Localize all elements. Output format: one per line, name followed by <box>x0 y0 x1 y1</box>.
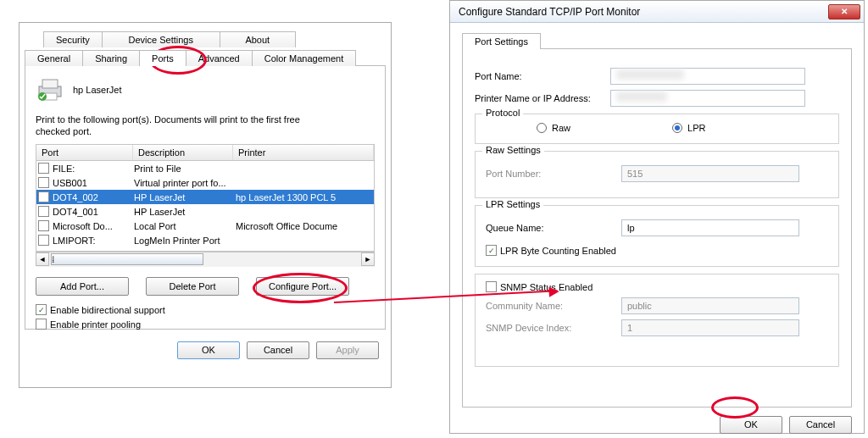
tab-row: Port Settings <box>457 30 857 49</box>
checkbox-icon: ✓ <box>38 191 49 202</box>
tab-general[interactable]: General <box>25 50 83 66</box>
checkbox-label: Enable bidirectional support <box>50 305 165 315</box>
radio-raw[interactable]: Raw <box>537 123 570 133</box>
col-desc[interactable]: Description <box>133 145 233 160</box>
port-buttons: Add Port... Delete Port Configure Port..… <box>36 277 375 296</box>
cancel-button[interactable]: Cancel <box>789 416 852 434</box>
port-settings-panel: Port Name: Printer Name or IP Address: P… <box>462 48 852 408</box>
port-name-row: Port Name: <box>475 68 839 85</box>
delete-port-button[interactable]: Delete Port <box>146 277 239 296</box>
ok-button[interactable]: OK <box>720 416 782 434</box>
port-name-label: Port Name: <box>475 71 610 81</box>
checkbox-icon: ✓ <box>486 245 497 256</box>
port-list-row[interactable]: DOT4_001HP LaserJet <box>36 204 374 219</box>
checkbox-icon <box>486 281 497 292</box>
checkbox-label: SNMP Status Enabled <box>500 282 593 292</box>
enable-pooling-checkbox[interactable]: Enable printer pooling <box>36 319 375 330</box>
desc-cell: Virtual printer port fo... <box>134 178 236 188</box>
port-list[interactable]: FILE:Print to FileUSB001Virtual printer … <box>36 160 375 252</box>
cancel-button[interactable]: Cancel <box>247 341 309 359</box>
scroll-thumb[interactable]: ⁞ <box>51 253 203 265</box>
port-cell: DOT4_001 <box>53 207 134 217</box>
checkbox-icon <box>36 319 47 330</box>
port-cell: USB001 <box>53 178 134 188</box>
title-bar[interactable]: Configure Standard TCP/IP Port Monitor ✕ <box>450 1 864 23</box>
community-label: Community Name: <box>486 301 621 311</box>
printer-name: hp LaserJet <box>73 85 121 95</box>
snmp-index-label: SNMP Device Index: <box>486 323 621 333</box>
port-cell: FILE: <box>53 164 134 174</box>
checkbox-icon: ✓ <box>36 304 47 315</box>
lpr-settings-label: LPR Settings <box>482 199 543 209</box>
lpr-byte-counting-checkbox[interactable]: ✓ LPR Byte Counting Enabled <box>486 245 828 256</box>
checkbox-icon <box>38 177 49 188</box>
protocol-label: Protocol <box>482 108 523 118</box>
checkbox-icon <box>38 220 49 231</box>
desc-cell: HP LaserJet <box>134 192 236 202</box>
configure-port-button[interactable]: Configure Port... <box>256 277 349 296</box>
printer-addr-label: Printer Name or IP Address: <box>475 93 610 103</box>
enable-bidirectional-checkbox[interactable]: ✓ Enable bidirectional support <box>36 304 375 315</box>
radio-icon <box>672 123 682 133</box>
tab-device-settings[interactable]: Device Settings <box>102 31 220 47</box>
scroll-left-arrow[interactable]: ◄ <box>36 252 49 266</box>
printer-addr-input[interactable] <box>610 90 805 107</box>
printer-cell: Microsoft Office Docume <box>236 221 374 231</box>
desc-cell: LogMeIn Printer Port <box>134 236 236 246</box>
scroll-right-arrow[interactable]: ► <box>361 252 375 266</box>
port-list-row[interactable]: FILE:Print to File <box>36 161 374 175</box>
queue-name-label: Queue Name: <box>486 223 621 233</box>
snmp-index-input: 1 <box>621 319 799 336</box>
printer-header: hp LaserJet <box>36 78 375 102</box>
radio-icon <box>537 123 547 133</box>
printer-icon <box>36 78 64 102</box>
port-number-label: Port Number: <box>486 169 621 179</box>
queue-name-input[interactable]: lp <box>621 219 799 236</box>
scrollbar-horizontal[interactable]: ◄ ⁞ ► <box>36 252 375 267</box>
radio-lpr[interactable]: LPR <box>672 123 705 133</box>
raw-settings-label: Raw Settings <box>482 145 544 155</box>
protocol-group: Protocol Raw LPR <box>475 114 839 144</box>
snmp-group: SNMP Status Enabled Community Name: publ… <box>475 274 839 367</box>
tab-sharing[interactable]: Sharing <box>82 50 140 66</box>
dialog-title: Configure Standard TCP/IP Port Monitor <box>453 6 640 18</box>
snmp-status-checkbox[interactable]: SNMP Status Enabled <box>486 281 828 292</box>
checkbox-icon <box>38 206 49 217</box>
ok-button[interactable]: OK <box>177 341 240 359</box>
apply-button[interactable]: Apply <box>316 341 379 359</box>
desc-cell: Local Port <box>134 221 236 231</box>
desc-cell: Print to File <box>134 164 236 174</box>
port-list-row[interactable]: Microsoft Do...Local PortMicrosoft Offic… <box>36 219 374 233</box>
tab-color-management[interactable]: Color Management <box>252 50 357 66</box>
port-list-header: Port Description Printer <box>36 144 375 160</box>
lpr-settings-group: LPR Settings Queue Name: lp ✓ LPR Byte C… <box>475 205 839 267</box>
tab-port-settings[interactable]: Port Settings <box>462 33 541 49</box>
tab-ports[interactable]: Ports <box>139 50 186 66</box>
checkbox-label: LPR Byte Counting Enabled <box>500 246 616 256</box>
tab-advanced[interactable]: Advanced <box>186 50 253 66</box>
checkbox-label: Enable printer pooling <box>50 319 141 330</box>
raw-settings-group: Raw Settings Port Number: 515 <box>475 151 839 198</box>
radio-label: Raw <box>552 123 570 133</box>
tab-row-bottom: General Sharing Ports Advanced Color Man… <box>19 47 391 66</box>
tab-security[interactable]: Security <box>43 31 103 47</box>
col-port[interactable]: Port <box>36 145 133 160</box>
port-name-input[interactable] <box>610 68 805 85</box>
printer-cell: hp LaserJet 1300 PCL 5 <box>236 192 374 202</box>
port-cell: Microsoft Do... <box>53 221 134 231</box>
port-list-row[interactable]: ✓DOT4_002HP LaserJethp LaserJet 1300 PCL… <box>36 190 374 204</box>
port-cell: LMIPORT: <box>53 236 134 246</box>
close-button[interactable]: ✕ <box>828 4 860 19</box>
port-list-row[interactable]: LMIPORT:LogMeIn Printer Port <box>36 233 374 247</box>
desc-cell: HP LaserJet <box>134 207 236 217</box>
configure-port-dialog: Configure Standard TCP/IP Port Monitor ✕… <box>449 0 865 434</box>
dialog-buttons: OK Cancel Apply <box>19 335 391 366</box>
ports-panel: hp LaserJet Print to the following port(… <box>25 65 386 330</box>
add-port-button[interactable]: Add Port... <box>36 277 129 296</box>
port-list-row[interactable]: USB001Virtual printer port fo... <box>36 175 374 190</box>
tab-about[interactable]: About <box>220 31 296 47</box>
printer-addr-row: Printer Name or IP Address: <box>475 90 839 107</box>
community-input: public <box>621 297 799 314</box>
dialog-buttons: OK Cancel <box>457 413 857 434</box>
col-printer[interactable]: Printer <box>233 145 374 160</box>
